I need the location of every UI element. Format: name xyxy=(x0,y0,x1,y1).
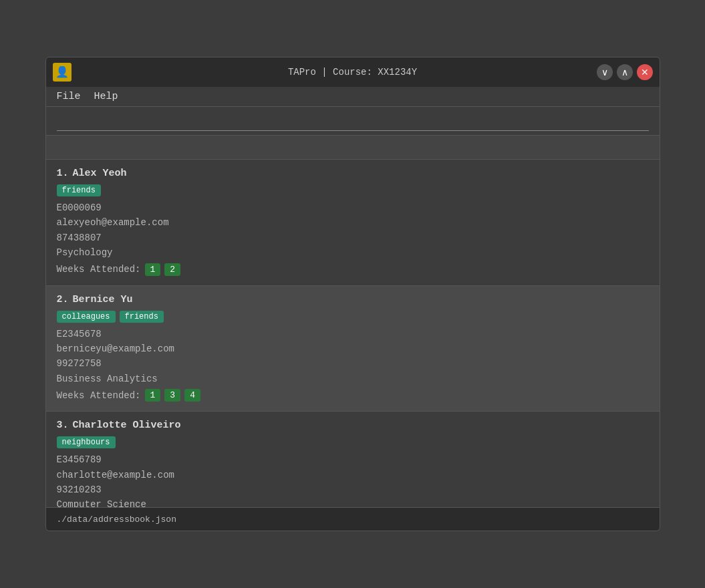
contact-phone-1: 87438807 xyxy=(57,231,640,245)
tag-friends-1: friends xyxy=(57,184,101,196)
window-controls: ∨ ∧ ✕ xyxy=(597,64,653,80)
week-badge-2-3: 4 xyxy=(184,389,200,402)
status-text: ./data/addressbook.json xyxy=(57,514,176,525)
contact-phone-2: 99272758 xyxy=(57,356,640,371)
toolbar xyxy=(46,136,660,160)
contact-tags-2: colleagues friends xyxy=(57,311,640,323)
contact-number-2: 2. xyxy=(57,294,69,305)
maximize-button[interactable]: ∧ xyxy=(617,64,633,80)
contact-tags-1: friends xyxy=(57,184,640,196)
contact-number-1: 1. xyxy=(57,168,69,179)
contact-card-2: 2. Bernice Yu colleagues friends E234567… xyxy=(46,286,660,412)
contact-list[interactable]: 1. Alex Yeoh friends E0000069 alexyeoh@e… xyxy=(46,160,660,507)
weeks-label-2: Weeks Attended: xyxy=(57,390,141,401)
menu-help[interactable]: Help xyxy=(94,91,118,102)
contact-major-3: Computer Science xyxy=(57,497,640,507)
tag-friends-2: friends xyxy=(120,311,164,323)
contact-id-2: E2345678 xyxy=(57,327,640,341)
week-badge-2-1: 1 xyxy=(145,389,161,402)
contact-major-2: Business Analytics xyxy=(57,372,640,386)
contact-name-3: Charlotte Oliveiro xyxy=(73,420,181,431)
contact-name-1: Alex Yeoh xyxy=(73,168,127,179)
menu-file[interactable]: File xyxy=(57,91,81,102)
window-title: TAPro | Course: XX1234Y xyxy=(288,67,417,78)
contact-card-3: 3. Charlotte Oliveiro neighbours E345678… xyxy=(46,412,660,507)
contact-email-2: berniceyu@example.com xyxy=(57,341,640,356)
menu-bar: File Help xyxy=(46,87,660,107)
week-badge-2-2: 3 xyxy=(164,389,180,402)
week-badge-1-1: 1 xyxy=(145,263,161,276)
title-bar: 👤 TAPro | Course: XX1234Y ∨ ∧ ✕ xyxy=(46,57,660,87)
contact-tags-3: neighbours xyxy=(57,436,640,448)
tag-neighbours-3: neighbours xyxy=(57,436,116,448)
contact-number-3: 3. xyxy=(57,420,69,431)
tag-colleagues-2: colleagues xyxy=(57,311,116,323)
week-badge-1-2: 2 xyxy=(164,263,180,276)
main-window: 👤 TAPro | Course: XX1234Y ∨ ∧ ✕ File Hel… xyxy=(45,57,660,531)
search-bar xyxy=(46,107,660,136)
contact-email-3: charlotte@example.com xyxy=(57,468,640,482)
app-icon: 👤 xyxy=(53,63,72,82)
contact-phone-3: 93210283 xyxy=(57,482,640,497)
contact-email-1: alexyeoh@example.com xyxy=(57,215,640,230)
weeks-label-1: Weeks Attended: xyxy=(57,264,141,275)
close-button[interactable]: ✕ xyxy=(637,64,653,80)
contact-major-1: Psychology xyxy=(57,245,640,260)
contact-weeks-1: Weeks Attended: 1 2 xyxy=(57,263,640,276)
contact-id-1: E0000069 xyxy=(57,200,640,215)
contact-card-1: 1. Alex Yeoh friends E0000069 alexyeoh@e… xyxy=(46,160,660,286)
search-input[interactable] xyxy=(57,114,649,131)
contact-id-3: E3456789 xyxy=(57,452,640,467)
contact-name-2: Bernice Yu xyxy=(73,294,133,305)
status-bar: ./data/addressbook.json xyxy=(46,507,660,531)
minimize-button[interactable]: ∨ xyxy=(597,64,613,80)
contact-weeks-2: Weeks Attended: 1 3 4 xyxy=(57,389,640,402)
